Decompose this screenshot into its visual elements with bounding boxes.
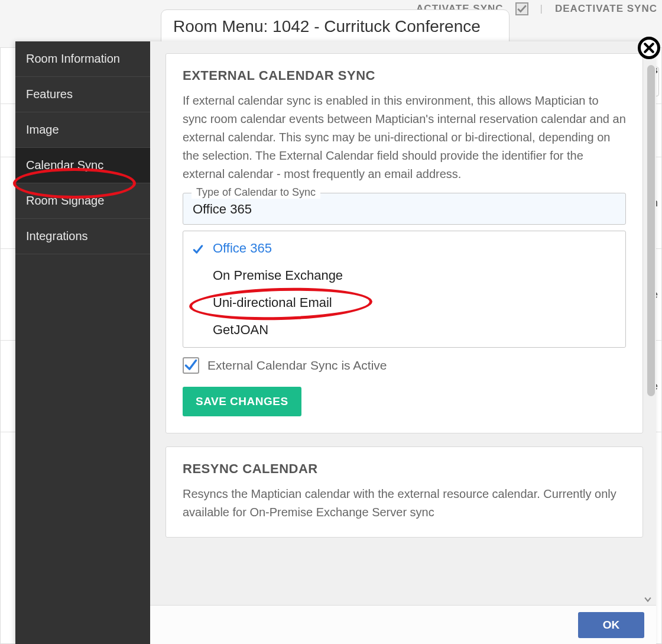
- sidebar-item-image[interactable]: Image: [15, 112, 150, 148]
- sidebar-item-calendar-sync[interactable]: Calendar Sync: [15, 148, 150, 183]
- panel-description: If external calendar sync is enabled in …: [183, 92, 626, 183]
- option-on-premise-exchange[interactable]: On Premise Exchange: [183, 262, 625, 289]
- sync-active-row: External Calendar Sync is Active: [183, 357, 626, 374]
- check-icon: [193, 243, 203, 254]
- ok-button[interactable]: OK: [578, 612, 644, 638]
- check-icon: [184, 359, 197, 372]
- option-label: On Premise Exchange: [213, 268, 343, 283]
- sidebar-item-label: Room Information: [26, 52, 120, 65]
- calendar-type-select[interactable]: Type of Calendar to Sync Office 365: [183, 193, 626, 225]
- save-button-label: SAVE CHANGES: [196, 395, 288, 407]
- sync-active-checkbox[interactable]: [183, 357, 199, 374]
- sidebar-item-label: Image: [26, 123, 59, 136]
- resync-panel: RESYNC CALENDAR Resyncs the Maptician ca…: [166, 446, 643, 538]
- option-label: Uni-directional Email: [213, 295, 332, 310]
- ok-button-label: OK: [603, 619, 620, 631]
- panel-description: Resyncs the Maptician calendar with the …: [183, 485, 626, 522]
- panel-heading: RESYNC CALENDAR: [183, 461, 626, 477]
- modal-title: Room Menu: 1042 - Currituck Conference: [173, 17, 481, 35]
- sidebar-item-label: Features: [26, 88, 73, 101]
- sidebar-item-integrations[interactable]: Integrations: [15, 219, 150, 254]
- field-legend: Type of Calendar to Sync: [192, 186, 320, 199]
- save-changes-button[interactable]: SAVE CHANGES: [183, 387, 301, 416]
- option-uni-directional-email[interactable]: Uni-directional Email: [183, 289, 625, 316]
- option-label: Office 365: [213, 241, 272, 255]
- sidebar-item-features[interactable]: Features: [15, 77, 150, 112]
- sidebar: Room Information Features Image Calendar…: [15, 41, 150, 644]
- modal: Room Information Features Image Calendar…: [15, 41, 656, 644]
- scrollbar-thumb[interactable]: [647, 65, 655, 396]
- deactivate-sync-label: DEACTIVATE SYNC: [555, 3, 657, 15]
- option-getjoan[interactable]: GetJOAN: [183, 316, 625, 344]
- sidebar-item-room-information[interactable]: Room Information: [15, 41, 150, 77]
- activate-sync-checkbox[interactable]: [515, 2, 528, 15]
- content-area: EXTERNAL CALENDAR SYNC If external calen…: [150, 41, 656, 644]
- toolbar-divider: |: [540, 3, 543, 15]
- panel-heading: EXTERNAL CALENDAR SYNC: [183, 68, 626, 83]
- close-icon: [644, 43, 654, 53]
- option-office-365[interactable]: Office 365: [183, 235, 625, 262]
- sidebar-item-label: Calendar Sync: [26, 158, 103, 171]
- sync-active-label: External Calendar Sync is Active: [207, 358, 387, 373]
- scrollbar[interactable]: [646, 41, 655, 644]
- calendar-type-dropdown: Office 365 On Premise Exchange Uni-direc…: [183, 231, 626, 348]
- close-button[interactable]: [638, 37, 660, 59]
- modal-footer: OK: [150, 605, 656, 644]
- sidebar-item-label: Room Signage: [26, 194, 104, 207]
- field-value: Office 365: [193, 202, 616, 217]
- option-label: GetJOAN: [213, 322, 268, 337]
- modal-title-bar: Room Menu: 1042 - Currituck Conference: [161, 9, 510, 43]
- sidebar-item-label: Integrations: [26, 229, 88, 242]
- external-sync-panel: EXTERNAL CALENDAR SYNC If external calen…: [166, 53, 643, 433]
- scroll-down-arrow[interactable]: [644, 596, 651, 603]
- sidebar-item-room-signage[interactable]: Room Signage: [15, 183, 150, 219]
